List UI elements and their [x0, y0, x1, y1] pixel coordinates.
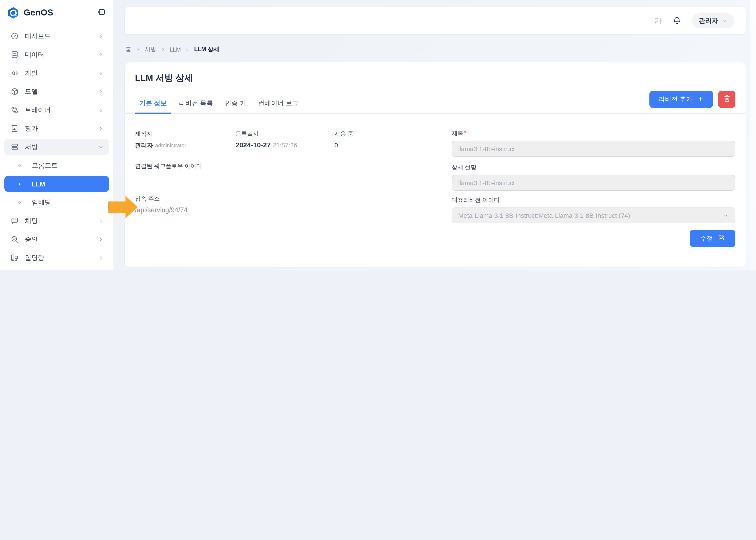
selected-dot-icon — [17, 180, 26, 188]
notification-bell-icon[interactable] — [672, 16, 681, 25]
field-main-revision: 대표리비전 아이디 Meta-Llama-3.1-8B-Instruct:Met… — [452, 196, 735, 223]
sidebar-item-label: 서빙 — [25, 143, 38, 151]
page-title: LLM 서빙 상세 — [135, 72, 193, 84]
in-use-label: 사용 중 — [334, 130, 354, 138]
chevron-down-icon — [722, 18, 728, 23]
sidebar-item-approval[interactable]: 승인 — [4, 231, 109, 247]
tab-container-log[interactable]: 컨테이너 로그 — [254, 94, 303, 113]
description-input[interactable] — [452, 175, 735, 191]
main-revision-label: 대표리비전 아이디 — [452, 196, 735, 204]
field-address: 접속 주소 /api/serving/94/74 — [135, 195, 188, 214]
breadcrumb-llm[interactable]: LLM — [170, 46, 181, 53]
bullet-circle-icon — [17, 198, 26, 206]
sidebar-item-data[interactable]: 데이터 — [4, 47, 109, 63]
user-name: 관리자 — [699, 17, 718, 25]
search-check-icon — [10, 235, 19, 244]
sidebar-item-label: 채팅 — [25, 217, 38, 225]
created-date: 2024-10-27 — [235, 141, 271, 149]
add-revision-button[interactable]: 리비전 추가 — [650, 91, 713, 108]
llm-detail-card: LLM 서빙 상세 리비전 추가 기본 정보 리비전 목록 인증 키 컨테이너 … — [125, 62, 746, 267]
title-input[interactable] — [452, 141, 735, 157]
chevron-down-icon — [722, 212, 729, 219]
language-toggle[interactable]: 가 — [655, 16, 662, 26]
sidebar-item-label: 할당량 — [25, 254, 44, 262]
sidebar-item-label: 트레이너 — [25, 106, 51, 114]
field-title: 제목* — [452, 130, 735, 157]
breadcrumb-home[interactable]: 홈 — [125, 46, 131, 53]
chevron-right-icon — [97, 51, 104, 58]
chevron-right-icon — [97, 33, 104, 39]
collapse-panel-icon — [97, 8, 106, 18]
chat-icon — [10, 216, 19, 225]
chevron-right-icon — [97, 236, 104, 242]
sidebar-item-evaluation[interactable]: 평가 — [4, 120, 109, 137]
workflow-label: 연결된 워크플로우 아이디 — [135, 162, 202, 170]
main-revision-value: Meta-Llama-3.1-8B-Instruct:Meta-Llama-3.… — [458, 212, 630, 219]
field-in-use: 사용 중 0 — [334, 130, 354, 149]
main-content: 가 관리자 홈 서빙 LLM LLM 상세 LLM 서빙 상세 리비전 추가 — [114, 0, 756, 270]
creator-label: 제작자 — [135, 130, 186, 138]
pointer-arrow-overlay — [108, 196, 138, 220]
cube-icon — [10, 87, 19, 96]
pencil-icon — [718, 234, 725, 243]
sidebar-item-label: 모델 — [25, 87, 38, 95]
database-icon — [10, 50, 19, 59]
sidebar-collapse-button[interactable] — [96, 7, 106, 19]
sidebar-item-chat[interactable]: 채팅 — [4, 213, 109, 229]
detail-actions: 리비전 추가 — [650, 91, 735, 108]
created-label: 등록일시 — [235, 130, 297, 138]
tab-basic-info[interactable]: 기본 정보 — [135, 94, 171, 113]
field-created-at: 등록일시 2024-10-2721:57:26 — [235, 130, 297, 149]
sidebar-item-label: 승인 — [25, 235, 38, 243]
sidebar-item-quota[interactable]: 할당량 — [4, 250, 109, 266]
sidebar: GenOS 대시보드데이터개발모델트레이너평가서빙프롬프트LLM임베딩채팅승인할… — [0, 0, 114, 270]
breadcrumb-current: LLM 상세 — [194, 46, 220, 53]
chevron-right-icon — [97, 125, 104, 132]
chevron-right-icon — [97, 254, 104, 261]
chevron-right-icon — [97, 107, 104, 113]
tab-revision-list[interactable]: 리비전 목록 — [175, 94, 217, 113]
delete-button[interactable] — [718, 91, 735, 108]
breadcrumb: 홈 서빙 LLM LLM 상세 — [125, 46, 220, 53]
main-revision-select[interactable]: Meta-Llama-3.1-8B-Instruct:Meta-Llama-3.… — [452, 207, 735, 223]
devices-icon — [10, 253, 19, 262]
trainer-icon — [10, 106, 19, 114]
report-icon — [10, 124, 19, 133]
created-time: 21:57:26 — [273, 142, 297, 149]
sidebar-item-label: 임베딩 — [32, 198, 51, 206]
gauge-icon — [10, 32, 19, 40]
sidebar-item-trainer[interactable]: 트레이너 — [4, 102, 109, 118]
sidebar-item-develop[interactable]: 개발 — [4, 65, 109, 81]
tab-auth-key[interactable]: 인증 키 — [221, 94, 250, 113]
sidebar-item-label: 개발 — [25, 69, 38, 77]
sidebar-item-label: 데이터 — [25, 51, 44, 59]
chevron-right-icon — [136, 47, 140, 52]
edit-button[interactable]: 수정 — [690, 230, 735, 247]
sidebar-item-model[interactable]: 모델 — [4, 83, 109, 100]
address-label: 접속 주소 — [135, 195, 188, 203]
brand-name: GenOS — [24, 8, 53, 18]
sidebar-item-admin[interactable]: 관리 — [4, 268, 109, 270]
bullet-circle-icon — [17, 161, 26, 170]
in-use-value: 0 — [334, 141, 354, 149]
field-workflow-id: 연결된 워크플로우 아이디 — [135, 162, 202, 170]
sidebar-item-serving[interactable]: 서빙 — [4, 139, 109, 155]
breadcrumb-serving[interactable]: 서빙 — [145, 46, 156, 53]
field-description: 상세 설명 — [452, 164, 735, 191]
sidebar-item-embedding[interactable]: 임베딩 — [4, 194, 109, 210]
sidebar-item-dashboard[interactable]: 대시보드 — [4, 28, 109, 44]
chevron-right-icon — [185, 47, 190, 52]
scrollbar[interactable] — [750, 0, 756, 270]
code-icon — [10, 69, 19, 77]
chevron-right-icon — [97, 88, 104, 95]
sidebar-item-prompt[interactable]: 프롬프트 — [4, 157, 109, 174]
add-revision-label: 리비전 추가 — [659, 95, 692, 103]
genos-logo-icon — [7, 6, 20, 19]
description-label: 상세 설명 — [452, 164, 735, 171]
logo-row: GenOS — [0, 0, 113, 25]
chevron-right-icon — [161, 47, 165, 52]
sidebar-item-label: 평가 — [25, 124, 38, 133]
sidebar-item-llm[interactable]: LLM — [4, 176, 109, 192]
sidebar-menu: 대시보드데이터개발모델트레이너평가서빙프롬프트LLM임베딩채팅승인할당량관리 — [0, 25, 113, 270]
user-menu[interactable]: 관리자 — [692, 13, 734, 28]
